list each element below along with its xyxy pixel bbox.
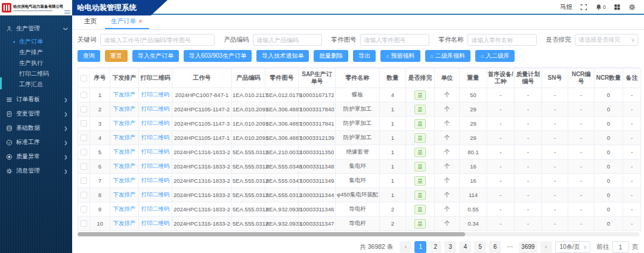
sidebar-item-6[interactable]: 消息管理❯ [0, 164, 72, 178]
button-label: 导入技术通知单 [262, 52, 304, 60]
cell-remark: - [623, 88, 641, 102]
filter-row: 关键词产品编码零件图号零件名称是否排完请选择是否排完∨ [78, 34, 639, 46]
print-qrcode-link[interactable]: 打印二维码 [141, 177, 170, 183]
sidebar-item-5[interactable]: 质量异常❯ [0, 149, 72, 164]
page-size-select[interactable]: 10条/页∨ [555, 241, 590, 253]
filter-input-1[interactable] [253, 34, 322, 46]
sidebar-item-0[interactable]: 生产管理❯ [0, 21, 72, 36]
cell-product-code: 1EA.010.2091 [232, 131, 265, 145]
dispatch-link[interactable]: 下发排产 [113, 205, 136, 212]
gear-icon[interactable] [628, 4, 636, 11]
row-checkbox[interactable] [80, 135, 87, 141]
sidebar-item-1[interactable]: 订单看板❯ [0, 92, 72, 107]
pagination-page-4[interactable]: 4 [459, 241, 471, 253]
column-header-1: 下发排产 [110, 68, 139, 88]
print-qrcode-link[interactable]: 打印二维码 [141, 220, 170, 226]
toolbar-button-3[interactable]: 导入603/903生产订单 [184, 50, 252, 62]
cell-unit: 个 [435, 160, 460, 174]
row-checkbox[interactable] [80, 220, 87, 227]
print-qrcode-link[interactable]: 打印二维码 [141, 191, 170, 198]
sidebar-subitem-0[interactable]: 生产订单 [0, 36, 72, 47]
cell-quality-plan-no: - [515, 174, 542, 188]
cell-seq: 8 [90, 188, 110, 202]
select-all-checkbox[interactable] [80, 75, 87, 82]
cell-dispatch: 下发排产 [110, 174, 139, 188]
dispatch-link[interactable]: 下发排产 [113, 148, 136, 155]
chevron-down-icon: ∨ [583, 242, 587, 252]
filter-input-2[interactable] [360, 34, 429, 46]
row-checkbox[interactable] [80, 120, 87, 127]
row-checkbox[interactable] [80, 106, 87, 113]
sidebar-item-label: 消息管理 [16, 167, 40, 175]
sidebar-item-2[interactable]: 变更管理❯ [0, 107, 72, 121]
cell-work-no: 2024HPC1105-1147-1 [172, 131, 232, 145]
print-qrcode-link[interactable]: 打印二维码 [141, 91, 170, 98]
pagination-page-6[interactable]: 6 [489, 241, 501, 253]
pagination-prev-button[interactable]: ‹ [400, 241, 411, 253]
notification-bell-icon[interactable]: 0 [595, 4, 606, 11]
pagination-page-2[interactable]: 2 [429, 241, 441, 253]
print-qrcode-link[interactable]: 打印二维码 [141, 148, 170, 155]
print-qrcode-link[interactable]: 打印二维码 [141, 105, 170, 112]
cell-work-no: 2024HPC1316-1833-2 [172, 145, 232, 160]
dispatch-link[interactable]: 下发排产 [113, 105, 136, 112]
pagination-page-3[interactable]: 3 [444, 241, 456, 253]
toolbar-button-4[interactable]: 导入技术通知单 [256, 50, 309, 62]
user-name[interactable]: 马煜 [560, 3, 572, 11]
fullscreen-icon[interactable] [580, 4, 587, 11]
sidebar-item-3[interactable]: 基础数据❯ [0, 121, 72, 135]
toolbar-button-5[interactable]: 批量删除 [314, 50, 348, 62]
toolbar-button-8[interactable]: ⌂二级库领料 [425, 50, 470, 62]
print-qrcode-link[interactable]: 打印二维码 [141, 120, 170, 126]
print-qrcode-link[interactable]: 打印二维码 [141, 163, 170, 169]
toolbar-button-7[interactable]: ⌂预留领料 [380, 50, 420, 62]
dispatch-link[interactable]: 下发排产 [113, 220, 136, 226]
print-qrcode-link[interactable]: 打印二维码 [141, 134, 170, 140]
row-checkbox[interactable] [80, 163, 87, 170]
sidebar-item-4[interactable]: 标准工序❯ [0, 135, 72, 149]
sidebar-collapse-toggle[interactable] [64, 9, 70, 15]
goto-page-input[interactable] [612, 241, 629, 253]
row-checkbox[interactable] [80, 149, 87, 155]
horizontal-scrollbar[interactable] [78, 232, 639, 236]
dispatch-link[interactable]: 下发排产 [113, 177, 136, 183]
cell-sn: - [542, 160, 568, 174]
toolbar-button-0[interactable]: 查询 [78, 50, 100, 62]
horizontal-scrollbar-thumb[interactable] [78, 232, 465, 236]
toolbar-button-6[interactable]: 导出 [353, 50, 376, 62]
apps-grid-icon[interactable] [614, 4, 621, 11]
sidebar-subitem-3[interactable]: 打印二维码 [0, 68, 72, 79]
dispatch-link[interactable]: 下发排产 [113, 91, 136, 98]
row-checkbox[interactable] [80, 192, 87, 198]
toolbar-button-9[interactable]: ⌂入二级库 [475, 50, 515, 62]
tab-1[interactable]: 生产订单✕ [105, 15, 149, 29]
tab-close-icon[interactable]: ✕ [138, 18, 143, 24]
cell-sap-order-no: 10003311346 [299, 202, 336, 217]
scheduled-badge: 是 [414, 90, 426, 100]
sidebar-subitem-1[interactable]: 生产排产 [0, 47, 72, 58]
cell-unit: 个 [435, 174, 460, 188]
toolbar-button-1[interactable]: 重置 [105, 50, 128, 62]
dispatch-link[interactable]: 下发排产 [113, 191, 136, 198]
dispatch-link[interactable]: 下发排产 [113, 163, 136, 169]
print-qrcode-link[interactable]: 打印二维码 [141, 205, 170, 212]
sidebar-item-label: 基础数据 [16, 124, 40, 132]
row-checkbox[interactable] [80, 206, 87, 213]
pagination-page-5[interactable]: 5 [474, 241, 486, 253]
filter-input-3[interactable] [467, 34, 537, 46]
row-checkbox[interactable] [80, 177, 87, 184]
tab-0[interactable]: 主页 [78, 15, 103, 29]
pagination-page-1[interactable]: 1 [414, 241, 426, 253]
cell-print: 打印二维码 [139, 202, 172, 217]
dispatch-link[interactable]: 下发排产 [113, 120, 136, 126]
filter-select-4[interactable]: 请选择是否排完∨ [575, 34, 638, 46]
sidebar-subitem-4[interactable]: 工序汇总 [0, 79, 72, 90]
cell-qty: 1 [380, 160, 406, 174]
pagination-page-3699[interactable]: 3699 [519, 241, 537, 253]
filter-input-0[interactable] [100, 34, 215, 46]
pagination-next-button[interactable]: › [540, 241, 552, 253]
toolbar-button-2[interactable]: 导入生产订单 [132, 50, 179, 62]
dispatch-link[interactable]: 下发排产 [113, 134, 136, 140]
sidebar-subitem-2[interactable]: 生产执行 [0, 58, 72, 68]
row-checkbox[interactable] [80, 92, 87, 98]
